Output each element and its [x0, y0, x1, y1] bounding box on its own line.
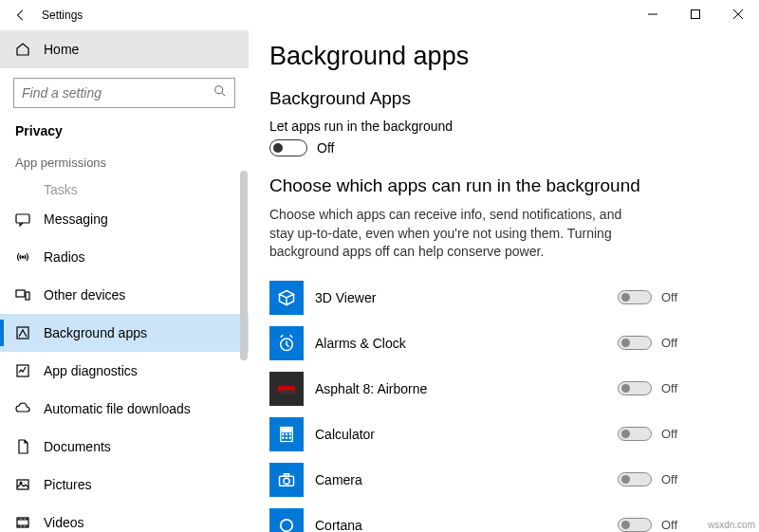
sidebar-item-videos[interactable]: Videos — [0, 504, 249, 532]
asphalt-8-icon — [269, 372, 304, 406]
messaging-icon — [15, 211, 30, 227]
app-row-3d-viewer: 3D Viewer Off — [269, 275, 677, 321]
app-row-alarms-clock: Alarms & Clock Off — [269, 321, 677, 366]
3d-viewer-icon — [269, 281, 304, 315]
app-toggle-state: Off — [661, 427, 677, 441]
svg-point-4 — [215, 86, 223, 94]
svg-point-29 — [281, 520, 293, 532]
minimize-button[interactable] — [631, 0, 674, 28]
documents-icon — [15, 439, 30, 454]
close-button[interactable] — [716, 0, 759, 28]
sidebar-item-label: Documents — [44, 439, 111, 454]
sidebar-item-documents[interactable]: Documents — [0, 428, 249, 466]
app-toggle[interactable] — [618, 472, 652, 486]
group-label: App permissions — [0, 154, 249, 179]
window-title: Settings — [42, 9, 83, 22]
sidebar-item-label: Videos — [44, 515, 84, 530]
home-icon — [15, 42, 30, 57]
svg-rect-9 — [26, 292, 29, 300]
sidebar-item-tasks[interactable]: Tasks — [0, 179, 249, 200]
pictures-icon — [15, 477, 30, 492]
svg-point-27 — [284, 478, 289, 484]
section-description: Choose which apps can receive info, send… — [269, 206, 630, 262]
cortana-icon — [269, 508, 304, 532]
watermark: wsxdn.com — [708, 520, 755, 530]
app-label: Cortana — [315, 518, 618, 532]
svg-rect-19 — [282, 429, 291, 432]
app-toggle-state: Off — [661, 518, 677, 532]
sidebar-item-label: Background apps — [44, 325, 147, 340]
svg-point-22 — [289, 433, 290, 434]
home-button[interactable]: Home — [0, 30, 249, 68]
maximize-button[interactable] — [674, 0, 716, 28]
svg-point-25 — [289, 437, 290, 438]
sidebar-item-label: Messaging — [44, 211, 108, 227]
sidebar-item-label: Tasks — [44, 182, 78, 197]
section-title: Background Apps — [269, 88, 738, 109]
app-row-camera: Camera Off — [269, 457, 677, 503]
svg-point-24 — [286, 437, 287, 438]
other-devices-icon — [15, 287, 30, 303]
svg-rect-8 — [16, 290, 25, 297]
home-label: Home — [44, 42, 79, 57]
sidebar-item-app-diagnostics[interactable]: App diagnostics — [0, 352, 249, 390]
master-toggle-state: Off — [317, 140, 334, 156]
sidebar-item-background-apps[interactable]: Background apps — [0, 314, 249, 352]
sidebar-item-label: Pictures — [44, 477, 92, 492]
sidebar-item-label: Radios — [44, 249, 85, 265]
app-toggle-state: Off — [661, 336, 677, 350]
app-row-asphalt-8: Asphalt 8: Airborne Off — [269, 366, 677, 412]
app-label: Camera — [315, 472, 618, 487]
svg-point-21 — [286, 433, 287, 434]
app-toggle-state: Off — [661, 290, 677, 304]
background-apps-icon — [15, 325, 30, 340]
sidebar: Home Privacy App permissions Tasks Messa… — [0, 30, 249, 532]
camera-icon — [269, 463, 304, 497]
sidebar-item-radios[interactable]: Radios — [0, 238, 249, 276]
sidebar-item-label: Automatic file downloads — [44, 401, 191, 416]
app-toggle[interactable] — [618, 290, 652, 304]
calculator-icon — [269, 417, 304, 451]
app-toggle-state: Off — [661, 472, 677, 486]
alarms-clock-icon — [269, 326, 304, 360]
app-toggle[interactable] — [618, 518, 652, 532]
master-toggle-label: Let apps run in the background — [269, 119, 738, 134]
sidebar-item-other-devices[interactable]: Other devices — [0, 276, 249, 314]
videos-icon — [15, 515, 30, 530]
radios-icon — [15, 249, 30, 265]
app-row-cortana: Cortana Off — [269, 503, 677, 532]
app-label: Alarms & Clock — [315, 336, 618, 351]
svg-rect-17 — [280, 390, 294, 394]
search-input[interactable] — [13, 78, 235, 108]
page-heading: Background apps — [269, 42, 738, 71]
app-label: Asphalt 8: Airborne — [315, 381, 618, 396]
sidebar-item-pictures[interactable]: Pictures — [0, 466, 249, 504]
sidebar-item-messaging[interactable]: Messaging — [0, 200, 249, 238]
app-diagnostics-icon — [15, 363, 30, 378]
svg-line-5 — [222, 93, 226, 97]
master-toggle[interactable] — [269, 139, 307, 156]
sidebar-item-automatic-file-downloads[interactable]: Automatic file downloads — [0, 390, 249, 428]
app-label: 3D Viewer — [315, 290, 618, 305]
sidebar-scrollbar[interactable] — [240, 171, 248, 360]
cloud-download-icon — [15, 401, 30, 416]
app-label: Calculator — [315, 427, 618, 442]
app-toggle[interactable] — [618, 427, 652, 441]
svg-rect-1 — [691, 10, 699, 19]
back-button[interactable] — [0, 0, 42, 30]
tasks-icon — [15, 182, 30, 197]
svg-point-20 — [283, 433, 284, 434]
app-toggle[interactable] — [618, 336, 652, 350]
svg-rect-6 — [16, 214, 29, 223]
svg-point-7 — [22, 256, 24, 258]
svg-rect-28 — [285, 474, 289, 477]
main-content: Background apps Background Apps Let apps… — [249, 30, 759, 532]
svg-rect-12 — [17, 480, 28, 489]
app-toggle[interactable] — [618, 381, 652, 395]
sidebar-item-label: Other devices — [44, 287, 125, 303]
search-icon — [213, 84, 227, 101]
category-label: Privacy — [0, 118, 249, 154]
section-title: Choose which apps can run in the backgro… — [269, 175, 738, 196]
sidebar-item-label: App diagnostics — [44, 363, 138, 378]
app-row-calculator: Calculator Off — [269, 412, 677, 457]
